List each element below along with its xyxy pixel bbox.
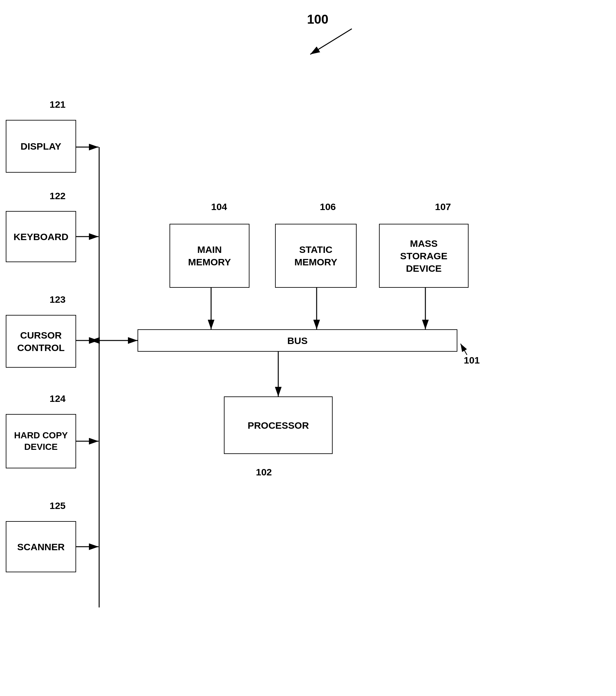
diagram: 100 DISPLAY 121 KEYBOARD 122 CURSOR CONT… bbox=[0, 0, 616, 696]
label-104: 104 bbox=[211, 202, 227, 212]
label-121: 121 bbox=[50, 99, 65, 110]
box-display: DISPLAY bbox=[6, 120, 76, 173]
box-main-memory: MAIN MEMORY bbox=[170, 224, 249, 288]
box-hard-copy: HARD COPY DEVICE bbox=[6, 414, 76, 468]
label-107: 107 bbox=[435, 202, 451, 212]
svg-line-20 bbox=[461, 344, 467, 355]
box-scanner: SCANNER bbox=[6, 521, 76, 572]
box-static-memory: STATIC MEMORY bbox=[275, 224, 357, 288]
label-125: 125 bbox=[50, 500, 65, 511]
label-124: 124 bbox=[50, 393, 65, 404]
svg-line-19 bbox=[310, 29, 352, 54]
box-processor: PROCESSOR bbox=[224, 396, 333, 454]
label-106: 106 bbox=[320, 202, 336, 212]
box-cursor-control: CURSOR CONTROL bbox=[6, 315, 76, 368]
label-122: 122 bbox=[50, 191, 65, 202]
label-101: 101 bbox=[464, 355, 480, 366]
box-mass-storage: MASS STORAGE DEVICE bbox=[379, 224, 468, 288]
box-bus: BUS bbox=[138, 329, 457, 352]
box-keyboard: KEYBOARD bbox=[6, 211, 76, 262]
label-123: 123 bbox=[50, 294, 65, 305]
label-102: 102 bbox=[256, 467, 272, 478]
label-100: 100 bbox=[307, 12, 328, 27]
